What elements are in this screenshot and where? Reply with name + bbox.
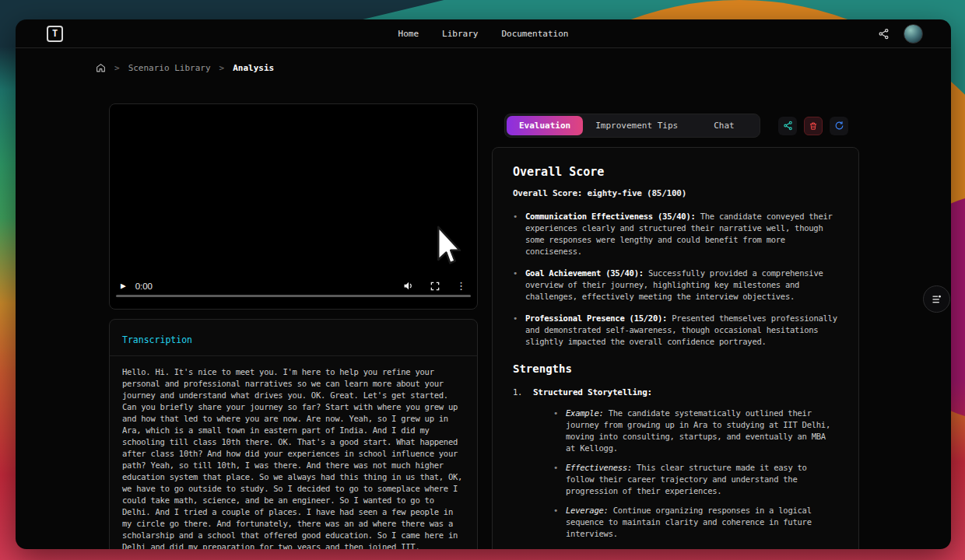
- evaluation-panel[interactable]: Overall Score Overall Score: eighty-five…: [492, 147, 859, 549]
- video-controls: ▶ 0:00: [110, 280, 477, 292]
- strength-number: 1.: [513, 387, 533, 548]
- panel-action-buttons: [778, 117, 848, 135]
- score-breakdown-list: • Communication Effectiveness (35/40): T…: [513, 211, 838, 348]
- strength-title: Structured Storytelling:: [533, 387, 652, 397]
- main-nav: Home Library Documentation: [398, 29, 569, 39]
- share-evaluation-button[interactable]: [778, 117, 797, 135]
- bullet-icon: •: [553, 408, 566, 454]
- strength-item: 1. Structured Storytelling: • Example: T…: [513, 387, 838, 548]
- navbar-right: [878, 24, 923, 44]
- app-window: T Home Library Documentation > Scenario …: [16, 19, 951, 549]
- list-item: • Professional Presence (15/20): Present…: [513, 313, 838, 348]
- video-timestamp: 0:00: [135, 282, 153, 291]
- score-item-label: Communication Effectiveness (35/40):: [525, 212, 696, 221]
- transcription-panel: Transcription Hello. Hi. It's nice to me…: [109, 319, 478, 549]
- user-avatar[interactable]: [904, 24, 923, 44]
- app-logo[interactable]: T: [47, 26, 63, 42]
- kebab-menu-icon[interactable]: ⋮: [456, 280, 466, 292]
- breadcrumb-scenario-library[interactable]: Scenario Library: [128, 63, 211, 73]
- filter-sliders-icon: [931, 293, 942, 305]
- breadcrumb-separator: >: [219, 63, 225, 73]
- breadcrumb-separator: >: [114, 63, 120, 73]
- tab-evaluation[interactable]: Evaluation: [507, 116, 583, 135]
- tab-chat[interactable]: Chat: [690, 116, 758, 135]
- share-icon[interactable]: [878, 28, 890, 40]
- volume-icon[interactable]: [402, 280, 414, 292]
- point-text: The candidate systematically outlined th…: [566, 408, 830, 453]
- nav-item-home[interactable]: Home: [398, 29, 419, 39]
- bullet-icon: •: [553, 462, 566, 497]
- fullscreen-icon[interactable]: [430, 281, 440, 292]
- refresh-icon: [834, 121, 844, 131]
- play-button[interactable]: ▶: [121, 281, 126, 291]
- list-item: • Goal Achievement (35/40): Successfully…: [513, 268, 838, 303]
- breadcrumb: > Scenario Library > Analysis: [96, 63, 951, 73]
- main-content: ▶ 0:00: [109, 103, 859, 549]
- nav-item-library[interactable]: Library: [442, 29, 478, 39]
- point-label: Effectiveness:: [566, 463, 632, 472]
- delete-button[interactable]: [804, 117, 823, 135]
- share-icon: [783, 121, 793, 131]
- overall-score-heading: Overall Score: [513, 166, 838, 178]
- strength-points-list: • Example: The candidate systematically …: [553, 408, 838, 540]
- left-column: ▶ 0:00: [109, 103, 478, 549]
- tabs-row: Evaluation Improvement Tips Chat: [492, 103, 859, 138]
- nav-item-documentation[interactable]: Documentation: [501, 29, 568, 39]
- score-item-label: Professional Presence (15/20):: [525, 313, 667, 323]
- video-player[interactable]: ▶ 0:00: [109, 103, 478, 310]
- list-item: • Communication Effectiveness (35/40): T…: [513, 211, 838, 257]
- tab-improvement-tips[interactable]: Improvement Tips: [583, 116, 690, 135]
- list-item: • Leverage: Continue organizing response…: [553, 505, 838, 540]
- refresh-button[interactable]: [830, 117, 848, 135]
- bullet-icon: •: [513, 211, 525, 257]
- right-column: Evaluation Improvement Tips Chat: [492, 103, 859, 549]
- bullet-icon: •: [513, 268, 525, 303]
- breadcrumb-analysis: Analysis: [233, 63, 274, 73]
- overall-score-value: Overall Score: eighty-five (85/100): [513, 187, 838, 199]
- list-item: • Example: The candidate systematically …: [553, 408, 838, 454]
- list-item: • Effectiveness: This clear structure ma…: [553, 462, 838, 497]
- score-item-label: Goal Achievement (35/40):: [525, 268, 644, 278]
- bullet-icon: •: [513, 313, 525, 348]
- top-navbar: T Home Library Documentation: [16, 19, 951, 48]
- panel-toggle-button[interactable]: [923, 285, 950, 313]
- home-icon[interactable]: [96, 63, 106, 73]
- strengths-heading: Strengths: [513, 363, 838, 375]
- tab-group: Evaluation Improvement Tips Chat: [504, 114, 760, 138]
- video-controls-right: ⋮: [402, 280, 466, 292]
- transcription-title: Transcription: [122, 334, 192, 345]
- transcription-header: Transcription: [110, 320, 477, 355]
- point-label: Example:: [566, 408, 604, 418]
- point-label: Leverage:: [566, 506, 609, 515]
- trash-icon: [809, 121, 818, 131]
- video-progress-bar[interactable]: [116, 295, 471, 298]
- bullet-icon: •: [553, 505, 566, 540]
- transcription-text[interactable]: Hello. Hi. It's nice to meet you. I'm he…: [110, 356, 477, 549]
